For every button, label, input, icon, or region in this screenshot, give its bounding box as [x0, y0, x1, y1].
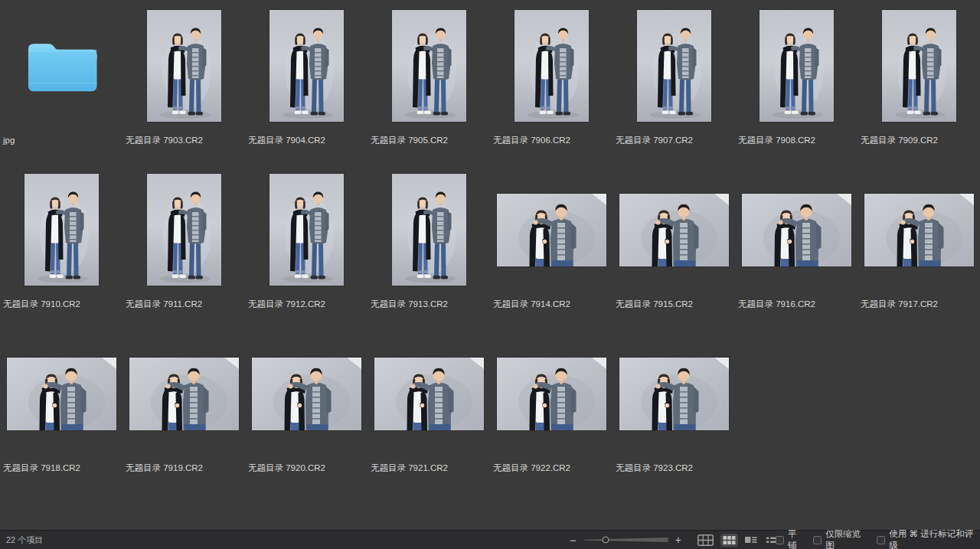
- photo-thumbnail: [619, 194, 729, 266]
- grid-item-photo[interactable]: 无题目录 7904.CR2: [245, 10, 368, 174]
- photo-thumbnail: [392, 174, 466, 286]
- photo-thumbnail: [374, 358, 484, 430]
- option-thumbnails-only[interactable]: 仅限缩览图: [813, 528, 868, 549]
- grid-item-photo[interactable]: 无题目录 7923.CR2: [612, 338, 735, 502]
- file-name-label: 无题目录 7922.CR2: [490, 462, 612, 473]
- tile-checkbox-label: 平铺: [788, 528, 805, 549]
- photo-thumbnail: [392, 10, 466, 122]
- grid-item-photo[interactable]: 无题目录 7906.CR2: [490, 10, 612, 174]
- grid-item-photo[interactable]: 无题目录 7903.CR2: [122, 10, 245, 174]
- grid-item-photo[interactable]: 无题目录 7915.CR2: [612, 174, 735, 338]
- file-name-label: 无题目录 7917.CR2: [858, 299, 980, 309]
- photo-thumbnail: [270, 174, 344, 286]
- cmd-tag-rate-checkbox-label: 使用 ⌘ 进行标记和评级: [889, 528, 980, 549]
- item-count: 22 个项目: [6, 531, 43, 549]
- photo-thumbnail: [252, 358, 361, 430]
- file-name-label: 无题目录 7909.CR2: [858, 135, 980, 145]
- file-name-label: 无题目录 7904.CR2: [245, 135, 368, 145]
- photo-thumbnail: [619, 358, 729, 430]
- file-name-label: 无题目录 7903.CR2: [122, 135, 245, 145]
- file-name-label: 无题目录 7913.CR2: [368, 299, 490, 309]
- grid-item-photo[interactable]: 无题目录 7908.CR2: [735, 10, 858, 174]
- grid-item-photo[interactable]: 无题目录 7905.CR2: [368, 10, 490, 174]
- thumbnails-only-checkbox-label: 仅限缩览图: [825, 528, 868, 549]
- option-cmd-tag-rate[interactable]: 使用 ⌘ 进行标记和评级: [877, 528, 980, 549]
- grid-item-photo[interactable]: 无题目录 7911.CR2: [122, 174, 245, 338]
- file-name-label: 无题目录 7920.CR2: [245, 462, 368, 473]
- thumbnail-grid-view-button[interactable]: [720, 534, 738, 547]
- photo-thumbnail: [270, 10, 344, 122]
- grid-item-photo[interactable]: 无题目录 7918.CR2: [0, 338, 122, 502]
- thumbnail-size-slider[interactable]: [584, 534, 668, 546]
- grid-item-photo[interactable]: 无题目录 7917.CR2: [858, 174, 980, 338]
- photo-thumbnail: [147, 10, 221, 122]
- thumbnails-only-checkbox[interactable]: [813, 536, 822, 544]
- file-name-label: 无题目录 7907.CR2: [612, 135, 735, 145]
- zoom-in-button[interactable]: +: [675, 534, 681, 545]
- photo-thumbnail: [742, 194, 851, 266]
- file-name-label: 无题目录 7908.CR2: [735, 135, 858, 145]
- grid-item-photo[interactable]: 无题目录 7919.CR2: [122, 338, 245, 502]
- table-view-icon: [697, 534, 714, 546]
- file-name-label: 无题目录 7912.CR2: [245, 299, 368, 309]
- tile-checkbox[interactable]: [776, 536, 784, 544]
- photo-thumbnail: [882, 10, 956, 122]
- grid-item-photo[interactable]: 无题目录 7916.CR2: [735, 174, 858, 338]
- photo-thumbnail: [497, 358, 606, 430]
- slider-thumb[interactable]: [603, 537, 609, 544]
- option-tile[interactable]: 平铺: [776, 528, 805, 549]
- file-name-label: 无题目录 7918.CR2: [0, 462, 122, 473]
- grid-item-photo[interactable]: 无题目录 7910.CR2: [0, 174, 122, 338]
- folder-icon: [25, 35, 98, 96]
- file-name-label: 无题目录 7905.CR2: [368, 135, 490, 145]
- thumbnail-list-view-button[interactable]: [743, 534, 760, 546]
- file-name-label: 无题目录 7911.CR2: [122, 299, 245, 309]
- file-name-label: 无题目录 7916.CR2: [735, 299, 858, 309]
- view-mode-buttons: [695, 531, 780, 549]
- file-name-label: 无题目录 7910.CR2: [0, 299, 122, 309]
- photo-thumbnail: [497, 194, 606, 266]
- grid-item-photo[interactable]: 无题目录 7921.CR2: [368, 338, 490, 502]
- grid-item-photo[interactable]: 无题目录 7914.CR2: [490, 174, 612, 338]
- grid-item-photo[interactable]: 无题目录 7912.CR2: [245, 174, 368, 338]
- photo-thumbnail: [147, 174, 221, 286]
- file-name-label: 无题目录 7921.CR2: [368, 462, 490, 473]
- file-name-label: 无题目录 7914.CR2: [490, 299, 612, 309]
- file-name-label: 无题目录 7923.CR2: [612, 462, 735, 473]
- slider-track[interactable]: [584, 538, 668, 543]
- photo-thumbnail: [24, 174, 99, 286]
- zoom-out-button[interactable]: −: [570, 534, 577, 546]
- photo-thumbnail: [637, 10, 711, 122]
- status-bar: 22 个项目 − +: [0, 530, 980, 549]
- photo-thumbnail: [760, 10, 834, 122]
- thumbnail-size-controls: − +: [570, 531, 681, 549]
- file-name-label: jpg: [0, 135, 122, 145]
- thumbnail-list-view-icon: [745, 535, 757, 544]
- cmd-tag-rate-checkbox[interactable]: [877, 536, 885, 544]
- thumbnail-grid-view-icon: [723, 535, 736, 545]
- photo-thumbnail: [7, 358, 116, 430]
- photo-thumbnail: [129, 358, 239, 430]
- grid-item-photo[interactable]: 无题目录 7907.CR2: [612, 10, 735, 174]
- file-name-label: 无题目录 7906.CR2: [490, 135, 612, 145]
- file-name-label: 无题目录 7919.CR2: [122, 462, 245, 473]
- grid-item-photo[interactable]: 无题目录 7913.CR2: [368, 174, 490, 338]
- photo-thumbnail: [864, 194, 974, 266]
- grid-item-folder[interactable]: jpg: [0, 10, 122, 174]
- table-view-button[interactable]: [695, 533, 716, 547]
- grid-item-photo[interactable]: 无题目录 7909.CR2: [858, 10, 980, 174]
- grid-item-photo[interactable]: 无题目录 7922.CR2: [490, 338, 612, 502]
- thumbnail-grid: jpg 无题目录 7903.CR2 无题目录 7904.CR2 无题目录 790…: [0, 0, 980, 530]
- display-options: 平铺 仅限缩览图 使用 ⌘ 进行标记和评级: [776, 531, 980, 549]
- grid-item-photo[interactable]: 无题目录 7920.CR2: [245, 338, 368, 502]
- file-name-label: 无题目录 7915.CR2: [612, 299, 735, 309]
- photo-thumbnail: [514, 10, 589, 122]
